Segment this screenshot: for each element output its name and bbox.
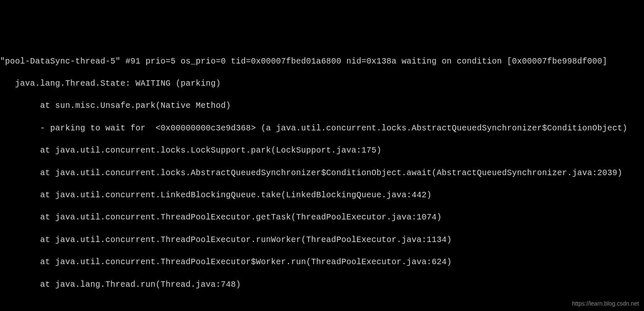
- blank-line: [0, 301, 644, 311]
- stack-line: at sun.misc.Unsafe.park(Native Method): [0, 100, 644, 112]
- stack-line: at java.util.concurrent.ThreadPoolExecut…: [0, 257, 644, 268]
- watermark: https://learn.blog.csdn.net: [572, 300, 639, 308]
- stack-line: at java.lang.Thread.run(Thread.java:748): [0, 279, 644, 291]
- stack-line: at java.util.concurrent.locks.AbstractQu…: [0, 168, 644, 179]
- terminal-output: "pool-DataSync-thread-5" #91 prio=5 os_p…: [0, 45, 644, 311]
- stack-line: at java.util.concurrent.locks.LockSuppor…: [0, 145, 644, 156]
- stack-line: - parking to wait for <0x00000000c3e9d36…: [0, 123, 644, 134]
- stack-line: at java.util.concurrent.ThreadPoolExecut…: [0, 212, 644, 223]
- stack-line: at java.util.concurrent.ThreadPoolExecut…: [0, 235, 644, 246]
- thread-header: "pool-DataSync-thread-5" #91 prio=5 os_p…: [0, 56, 644, 67]
- thread-state: java.lang.Thread.State: WAITING (parking…: [0, 78, 644, 89]
- stack-line: at java.util.concurrent.LinkedBlockingQu…: [0, 190, 644, 201]
